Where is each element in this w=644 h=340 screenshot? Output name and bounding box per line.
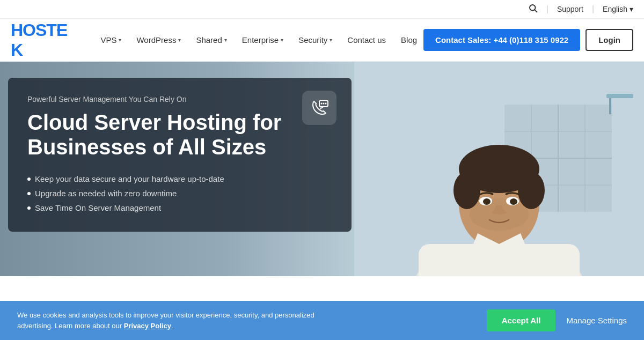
nav-label-security: Security [298, 35, 327, 45]
login-button[interactable]: Login [586, 29, 633, 51]
nav-item-shared[interactable]: Shared ▾ [189, 31, 233, 49]
nav-label-contact: Contact us [347, 35, 386, 45]
logo-text: HOST E K [11, 20, 78, 60]
hero-feature-1: Keep your data secure and your hardware … [27, 174, 332, 183]
hero-features-list: Keep your data secure and your hardware … [27, 174, 332, 212]
navbar: HOST E K VPS ▾ WordPress ▾ Shared ▾ Ente… [0, 19, 644, 62]
nav-item-enterprise[interactable]: Enterprise ▾ [236, 31, 290, 49]
nav-item-blog[interactable]: Blog [394, 31, 423, 49]
svg-rect-22 [606, 94, 633, 98]
chevron-down-icon: ▾ [630, 5, 633, 13]
search-icon[interactable] [528, 3, 538, 15]
hero-card: Powerful Server Management You Can Rely … [8, 78, 352, 232]
language-selector[interactable]: English ▾ [603, 5, 633, 13]
svg-point-19 [483, 198, 491, 205]
chevron-down-icon: ▾ [178, 37, 181, 43]
support-link[interactable]: Support [557, 5, 583, 13]
language-label: English [603, 5, 627, 13]
svg-point-20 [510, 198, 517, 205]
chevron-down-icon: ▾ [224, 37, 227, 43]
nav-label-wordpress: WordPress [136, 35, 176, 45]
hero-section: Powerful Server Management You Can Rely … [0, 62, 644, 276]
svg-line-1 [535, 10, 537, 12]
svg-point-14 [453, 172, 480, 209]
chevron-down-icon: ▾ [281, 37, 283, 43]
chevron-down-icon: ▾ [330, 37, 332, 43]
divider2: | [592, 4, 594, 14]
svg-point-25 [321, 103, 323, 105]
hero-person-area [354, 62, 644, 276]
nav-label-shared: Shared [196, 35, 222, 45]
hero-title: Cloud Server Hosting for Businesses of A… [27, 110, 332, 159]
contact-sales-button[interactable]: Contact Sales: +44 (0)118 315 0922 [423, 29, 580, 51]
hero-feature-2: Upgrade as needed with zero downtime [27, 189, 332, 198]
nav-label-blog: Blog [401, 35, 417, 45]
nav-item-vps[interactable]: VPS ▾ [94, 31, 128, 49]
nav-label-vps: VPS [100, 35, 116, 45]
svg-rect-23 [609, 98, 611, 114]
svg-point-26 [323, 103, 325, 105]
hero-feature-3: Save Time On Server Management [27, 203, 332, 212]
logo[interactable]: HOST E K [11, 20, 78, 60]
nav-actions: Contact Sales: +44 (0)118 315 0922 Login [423, 29, 633, 51]
phone-chat-icon [310, 98, 329, 117]
svg-point-27 [325, 103, 327, 105]
nav-item-security[interactable]: Security ▾ [292, 31, 339, 49]
hero-subtitle: Powerful Server Management You Can Rely … [27, 95, 332, 104]
nav-menu: VPS ▾ WordPress ▾ Shared ▾ Enterprise ▾ … [94, 31, 423, 49]
phone-icon-wrap [302, 91, 336, 125]
chevron-down-icon: ▾ [119, 37, 121, 43]
top-bar: | Support | English ▾ [0, 0, 644, 19]
svg-rect-21 [419, 244, 580, 276]
divider: | [546, 4, 548, 14]
svg-point-15 [518, 172, 545, 209]
nav-label-enterprise: Enterprise [242, 35, 279, 45]
nav-item-wordpress[interactable]: WordPress ▾ [130, 31, 187, 49]
person-illustration [354, 62, 644, 276]
nav-item-contact[interactable]: Contact us [341, 31, 392, 49]
